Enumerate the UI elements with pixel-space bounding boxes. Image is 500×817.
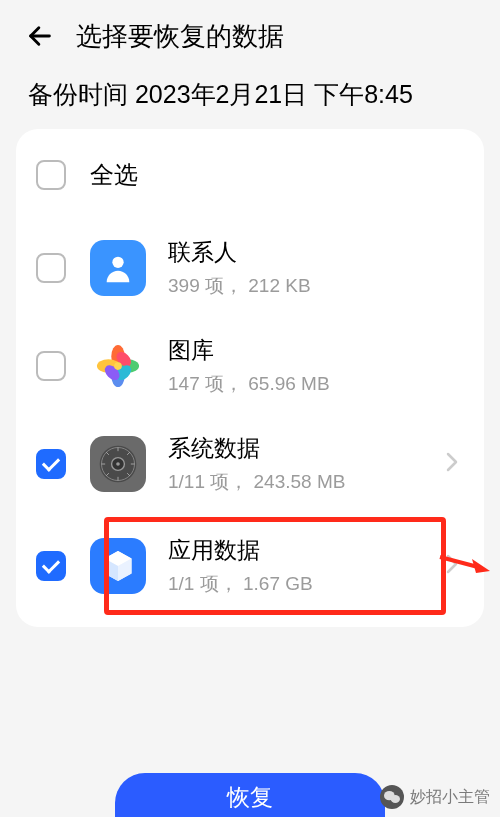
restore-button[interactable]: 恢复 [115, 773, 385, 817]
arrow-annotation-icon [438, 549, 490, 583]
item-title: 应用数据 [168, 535, 446, 566]
checkbox-appdata[interactable] [36, 551, 66, 581]
chevron-right-icon [446, 450, 458, 478]
wechat-icon [380, 785, 404, 809]
checkbox-system[interactable] [36, 449, 66, 479]
list-item-appdata[interactable]: 应用数据 1/1 项， 1.67 GB [16, 513, 484, 619]
item-title: 联系人 [168, 237, 464, 268]
svg-point-1 [112, 257, 123, 268]
footer-watermark: 妙招小主管 [380, 785, 490, 809]
gallery-icon [90, 338, 146, 394]
list-item-gallery[interactable]: 图库 147 项， 65.96 MB [16, 317, 484, 415]
checkbox-gallery[interactable] [36, 351, 66, 381]
item-subtitle: 1/11 项， 243.58 MB [168, 469, 446, 495]
system-icon [90, 436, 146, 492]
item-subtitle: 399 项， 212 KB [168, 273, 464, 299]
item-subtitle: 1/1 项， 1.67 GB [168, 571, 446, 597]
list-item-contacts[interactable]: 联系人 399 项， 212 KB [16, 219, 484, 317]
footer-text: 妙招小主管 [410, 787, 490, 808]
svg-marker-23 [472, 559, 490, 573]
item-subtitle: 147 项， 65.96 MB [168, 371, 464, 397]
select-all-row[interactable]: 全选 [16, 137, 484, 219]
page-title: 选择要恢复的数据 [76, 19, 284, 54]
select-all-label: 全选 [90, 159, 138, 191]
select-all-checkbox[interactable] [36, 160, 66, 190]
backup-time-label: 备份时间 2023年2月21日 下午8:45 [0, 64, 500, 129]
item-title: 系统数据 [168, 433, 446, 464]
svg-point-21 [116, 462, 120, 466]
back-icon[interactable] [22, 18, 58, 54]
list-item-system[interactable]: 系统数据 1/11 项， 243.58 MB [16, 415, 484, 513]
contacts-icon [90, 240, 146, 296]
svg-point-9 [114, 362, 122, 370]
svg-line-22 [440, 557, 478, 567]
restore-list-card: 全选 联系人 399 项， 212 KB [16, 129, 484, 627]
svg-point-25 [391, 795, 400, 803]
appdata-icon [90, 538, 146, 594]
item-title: 图库 [168, 335, 464, 366]
restore-button-label: 恢复 [227, 782, 273, 813]
checkbox-contacts[interactable] [36, 253, 66, 283]
